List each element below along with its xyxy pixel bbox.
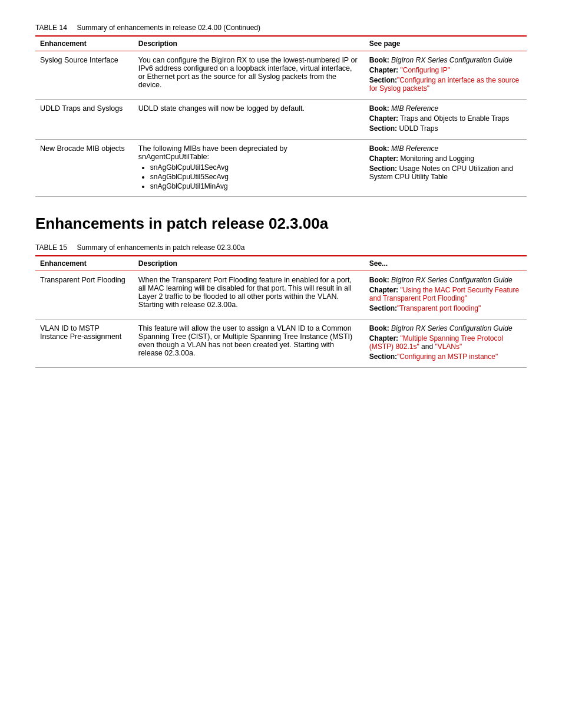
section-link-mstp[interactable]: "Configuring an MSTP instance" <box>397 353 498 361</box>
table15-label-title: Summary of enhancements in patch release… <box>77 243 244 252</box>
enhancement-syslog: Syslog Source Interface <box>35 51 134 100</box>
seepage-udld: Book: MIB Reference Chapter: Traps and O… <box>365 100 527 140</box>
table-row: VLAN ID to MSTP Instance Pre-assignment … <box>35 319 527 368</box>
table14-label-title: Summary of enhancements in release 02.4.… <box>77 24 260 32</box>
table15: Enhancement Description See... Transpare… <box>35 255 527 368</box>
chapter-link-mstp2[interactable]: "VLANs" <box>435 342 462 351</box>
table15-label-number: TABLE 15 <box>35 243 67 252</box>
table15-header-see: See... <box>365 256 527 271</box>
table15-header-enhancement: Enhancement <box>35 256 134 271</box>
list-item: snAgGblCpuUtil1SecAvg <box>150 163 360 172</box>
table14-header-enhancement: Enhancement <box>35 36 134 51</box>
section-heading: Enhancements in patch release 02.3.00a <box>35 215 527 233</box>
table15-label: TABLE 15 Summary of enhancements in patc… <box>35 243 527 252</box>
table-row: New Brocade MIB objects The following MI… <box>35 140 527 197</box>
seepage-mib: Book: MIB Reference Chapter: Monitoring … <box>365 140 527 197</box>
list-item: snAgGblCpuUtil1MinAvg <box>150 182 360 190</box>
description-udld: UDLD state changes will now be logged by… <box>134 100 365 140</box>
table-row: UDLD Traps and Syslogs UDLD state change… <box>35 100 527 140</box>
table14: Enhancement Description See page Syslog … <box>35 35 527 197</box>
enhancement-tpf: Transparent Port Flooding <box>35 271 134 319</box>
seepage-mstp: Book: BigIron RX Series Configuration Gu… <box>365 319 527 368</box>
description-mib: The following MIBs have been depreciated… <box>134 140 365 197</box>
list-item: snAgGblCpuUtil5SecAvg <box>150 173 360 181</box>
description-tpf: When the Transparent Port Flooding featu… <box>134 271 365 319</box>
table-row: Syslog Source Interface You can configur… <box>35 51 527 100</box>
table-row: Transparent Port Flooding When the Trans… <box>35 271 527 319</box>
chapter-link-syslog[interactable]: "Configuring IP" <box>400 66 450 74</box>
table15-header-description: Description <box>134 256 365 271</box>
section-link-tpf[interactable]: "Transparent port flooding" <box>397 304 481 312</box>
enhancement-mib: New Brocade MIB objects <box>35 140 134 197</box>
enhancement-mstp: VLAN ID to MSTP Instance Pre-assignment <box>35 319 134 368</box>
table14-label: TABLE 14 Summary of enhancements in rele… <box>35 24 527 32</box>
enhancement-udld: UDLD Traps and Syslogs <box>35 100 134 140</box>
table14-header-seepage: See page <box>365 36 527 51</box>
seepage-tpf: Book: BigIron RX Series Configuration Gu… <box>365 271 527 319</box>
table14-label-number: TABLE 14 <box>35 24 67 32</box>
table14-header-description: Description <box>134 36 365 51</box>
description-syslog: You can configure the BigIron RX to use … <box>134 51 365 100</box>
description-mstp: This feature will allow the user to assi… <box>134 319 365 368</box>
seepage-syslog: Book: BigIron RX Series Configuration Gu… <box>365 51 527 100</box>
